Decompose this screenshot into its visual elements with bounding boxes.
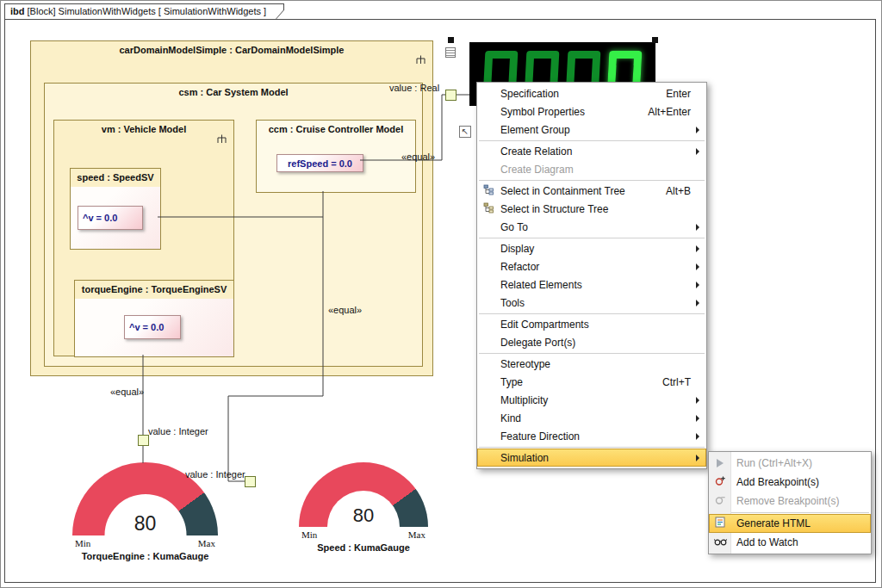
menu-item-symbol-properties[interactable]: Symbol Properties Alt+Enter — [477, 102, 706, 121]
menu-item-kind[interactable]: Kind — [477, 409, 706, 427]
menu-item-label: Add Breakpoint(s) — [731, 476, 819, 488]
menu-item-label: Multiplicity — [500, 394, 691, 406]
block-title: csm : Car System Model — [45, 84, 422, 97]
menu-item-feature-direction[interactable]: Feature Direction — [477, 427, 706, 445]
menu-item-related-elements[interactable]: Related Elements — [477, 275, 706, 294]
gauge-min-label: Min — [75, 538, 90, 548]
submenu-arrow-icon — [696, 127, 699, 133]
containment-tree-icon — [483, 184, 494, 198]
block-title: carDomainModelSimple : CarDomainModelSim… — [31, 41, 432, 55]
simulation-submenu: Run (Ctrl+Alt+X) Add Breakpoint(s) Remov… — [708, 451, 872, 554]
menu-item-display[interactable]: Display — [477, 239, 706, 257]
diagram-name-tab[interactable]: ibd [Block] SimulationWithWidgets [ Simu… — [4, 3, 284, 20]
selection-handle[interactable] — [652, 37, 658, 43]
menu-item-label: Simulation — [500, 452, 691, 464]
block-speed-sv[interactable]: speed : SpeedSV ^v = 0.0 — [70, 168, 161, 250]
connector-label-equal: «equal» — [110, 387, 144, 397]
gauge-max-label: Max — [408, 529, 425, 540]
add-to-watch-icon — [714, 536, 727, 548]
menu-item-label: Edit Compartments — [500, 319, 691, 331]
submenu-arrow-icon — [696, 397, 699, 404]
menu-item-label: Select in Structure Tree — [500, 203, 691, 215]
menu-item-tools[interactable]: Tools — [477, 294, 706, 312]
menu-item-label: Create Relation — [500, 145, 691, 158]
submenu-arrow-icon — [696, 415, 699, 422]
structure-tree-icon — [483, 202, 494, 216]
submenu-arrow-icon — [696, 433, 699, 440]
submenu-arrow-icon — [696, 245, 699, 252]
menu-separator — [479, 140, 705, 141]
submenu-arrow-icon — [696, 148, 699, 155]
port-value-real[interactable] — [445, 90, 457, 101]
remove-breakpoint-icon — [715, 494, 726, 508]
menu-item-label: Tools — [500, 297, 691, 309]
selection-handle[interactable] — [448, 37, 454, 43]
menu-item-create-relation[interactable]: Create Relation — [477, 142, 706, 160]
torque-value-box[interactable]: ^v = 0.0 — [124, 315, 181, 339]
block-title: ccm : Cruise Controller Model — [257, 121, 415, 139]
menu-item-label: Remove Breakpoint(s) — [731, 495, 839, 507]
menu-item-label: Related Elements — [500, 279, 691, 291]
menu-item-simulation[interactable]: Simulation — [477, 449, 706, 467]
menu-separator — [479, 353, 705, 354]
block-title: torqueEngine : TorqueEngineSV — [75, 281, 233, 299]
connector-label-equal: «equal» — [401, 152, 435, 162]
port-label-value-real: value : Real — [389, 83, 439, 93]
menu-item-label: Kind — [500, 412, 691, 424]
block-torque-engine-sv[interactable]: torqueEngine : TorqueEngineSV ^v = 0.0 — [74, 280, 234, 357]
menu-item-select-in-containment-tree[interactable]: Select in Containment Tree Alt+B — [477, 182, 706, 200]
menu-item-element-group[interactable]: Element Group — [477, 121, 706, 139]
block-vehicle-model[interactable]: vm : Vehicle Model speed : SpeedSV ^v = … — [53, 120, 234, 356]
connector-label-equal: «equal» — [328, 305, 362, 315]
port-label-value-integer: value : Integer — [185, 469, 245, 480]
menu-separator — [479, 238, 705, 238]
menu-item-label: Specification — [500, 88, 666, 100]
menu-separator — [479, 447, 705, 448]
block-car-domain-model[interactable]: carDomainModelSimple : CarDomainModelSim… — [30, 40, 433, 376]
menu-item-label: Add to Watch — [731, 536, 798, 548]
gauge-value: 80 — [72, 512, 218, 535]
block-car-system-model[interactable]: csm : Car System Model vm : Vehicle Mode… — [44, 83, 423, 367]
gauge-value: 80 — [299, 504, 428, 527]
menu-item-refactor[interactable]: Refactor — [477, 257, 706, 275]
gauge-caption: TorqueEngine : KumaGauge — [72, 551, 218, 561]
menu-item-label: Symbol Properties — [500, 106, 648, 118]
menu-item-select-in-structure-tree[interactable]: Select in Structure Tree — [477, 200, 706, 218]
menu-item-label: Delegate Port(s) — [500, 337, 691, 349]
menu-item-label: Stereotype — [500, 358, 691, 370]
menu-item-edit-compartments[interactable]: Edit Compartments — [477, 315, 706, 333]
refspeed-value-box[interactable]: refSpeed = 0.0 — [276, 154, 363, 172]
menu-item-label: Element Group — [500, 124, 691, 136]
submenu-arrow-icon — [696, 224, 699, 231]
submenu-item-add-to-watch[interactable]: Add to Watch — [709, 533, 871, 552]
menu-shortcut: Enter — [666, 88, 691, 100]
gauge-min-label: Min — [301, 529, 317, 540]
menu-item-label: Generate HTML — [731, 517, 811, 529]
port-label-value-integer: value : Integer — [148, 426, 208, 436]
submenu-item-run: Run (Ctrl+Alt+X) — [709, 454, 871, 473]
menu-item-stereotype[interactable]: Stereotype — [477, 355, 706, 373]
run-icon — [717, 459, 724, 467]
go-to-source-icon[interactable]: ↖ — [459, 126, 471, 138]
menu-item-type[interactable]: Type Ctrl+T — [477, 373, 706, 391]
submenu-item-add-breakpoint[interactable]: Add Breakpoint(s) — [709, 473, 871, 492]
submenu-arrow-icon — [696, 455, 699, 461]
submenu-item-generate-html[interactable]: Generate HTML — [709, 514, 871, 533]
port-value-integer-speed[interactable] — [245, 476, 256, 487]
smart-manipulator-icon[interactable] — [445, 47, 456, 58]
menu-shortcut: Alt+Enter — [648, 106, 691, 118]
context-menu: Specification Enter Symbol Properties Al… — [476, 82, 707, 469]
menu-separator — [711, 512, 869, 513]
speed-value-box[interactable]: ^v = 0.0 — [78, 206, 143, 230]
speed-gauge-widget[interactable]: 80 Min Max Speed : KumaGauge — [299, 462, 428, 553]
menu-item-go-to[interactable]: Go To — [477, 218, 706, 236]
menu-item-multiplicity[interactable]: Multiplicity — [477, 391, 706, 409]
block-cruise-controller-model[interactable]: ccm : Cruise Controller Model refSpeed =… — [256, 120, 416, 193]
menu-separator — [479, 313, 705, 314]
menu-item-specification[interactable]: Specification Enter — [477, 84, 706, 102]
menu-shortcut: Alt+B — [666, 185, 691, 197]
generate-html-icon — [715, 517, 725, 530]
menu-item-delegate-ports[interactable]: Delegate Port(s) — [477, 333, 706, 351]
menu-item-label: Create Diagram — [500, 164, 691, 176]
submenu-arrow-icon — [696, 282, 699, 288]
